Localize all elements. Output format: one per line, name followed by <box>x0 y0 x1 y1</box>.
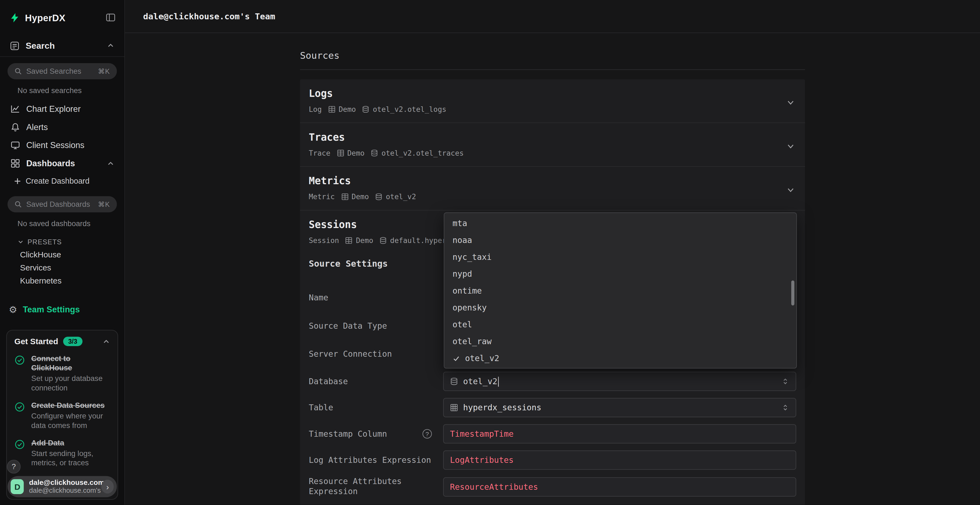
create-dashboard-button[interactable]: Create Dashboard <box>0 173 124 190</box>
source-connection: Demo <box>347 149 365 157</box>
saved-dashboards-input[interactable]: Saved Dashboards ⌘K <box>8 196 117 213</box>
checklist-item-desc: Start sending logs, metrics, or traces <box>31 449 110 468</box>
timestamp-column-label: Timestamp Column ? <box>309 429 443 439</box>
source-meta: Trace Demo otel_v2.otel_traces <box>309 149 796 157</box>
presets-toggle[interactable]: PRESETS <box>0 230 124 248</box>
source-type: Metric <box>309 192 334 201</box>
form-row-timestamp-column: Timestamp Column ? TimestampTime <box>309 424 796 443</box>
dropdown-option-otel[interactable]: otel <box>444 316 796 333</box>
help-icon[interactable]: ? <box>423 429 432 438</box>
source-meta: Metric Demo otel_v2 <box>309 192 796 201</box>
checklist-item-title: Connect to ClickHouse <box>31 354 110 373</box>
gear-icon: ⚙ <box>9 305 17 314</box>
sidebar-item-label: Dashboards <box>26 159 75 168</box>
sidebar: HyperDX Search Saved Searches ⌘K No save… <box>0 0 125 505</box>
table-select[interactable]: hyperdx_sessions <box>443 398 796 417</box>
dropdown-option-mta[interactable]: mta <box>444 215 796 232</box>
checklist-item[interactable]: Connect to ClickHouse Set up your databa… <box>14 354 110 393</box>
log-attributes-label: Log Attributes Expression <box>309 455 443 465</box>
database-icon <box>362 106 370 113</box>
source-table: otel_v2.otel_traces <box>381 149 464 157</box>
dropdown-option-ontime[interactable]: ontime <box>444 283 796 299</box>
form-row-database: Database otel_v2 <box>309 372 796 391</box>
chevron-up-icon[interactable] <box>107 42 115 49</box>
chevron-down-icon <box>18 239 24 245</box>
sidebar-item-chart-explorer[interactable]: Chart Explorer <box>0 100 124 118</box>
table-value: hyperdx_sessions <box>463 403 541 412</box>
source-section-metrics: Metrics Metric Demo <box>300 167 805 211</box>
checklist-item[interactable]: Add Data Start sending logs, metrics, or… <box>14 438 110 468</box>
dropdown-option-noaa[interactable]: noaa <box>444 232 796 249</box>
source-connection: Demo <box>356 236 373 245</box>
presets-label: PRESETS <box>27 238 62 246</box>
preset-item-services[interactable]: Services <box>0 261 124 274</box>
saved-dashboards-placeholder: Saved Dashboards <box>26 200 90 209</box>
timestamp-column-value: TimestampTime <box>450 429 514 438</box>
preset-item-clickhouse[interactable]: ClickHouse <box>0 248 124 261</box>
source-data-type-label: Source Data Type <box>309 321 443 331</box>
hyperdx-logo-icon <box>9 12 20 23</box>
bell-icon <box>10 122 20 132</box>
sidebar-item-dashboards[interactable]: Dashboards <box>0 154 124 173</box>
dropdown-option-nypd[interactable]: nypd <box>444 265 796 283</box>
database-label: Database <box>309 376 443 386</box>
form-row-resource-attributes: Resource Attributes Expression ResourceA… <box>309 477 796 497</box>
source-type: Session <box>309 236 339 245</box>
shortcut-badge: ⌘K <box>98 200 110 208</box>
create-dashboard-label: Create Dashboard <box>25 177 89 186</box>
dropdown-option-otel-raw[interactable]: otel_raw <box>444 333 796 350</box>
dashboard-grid-icon <box>10 159 20 168</box>
log-attributes-input[interactable]: LogAttributes <box>443 450 796 470</box>
source-section-logs: Logs Log Demo ot <box>300 79 805 123</box>
page-title: Sources <box>300 50 980 61</box>
help-button[interactable]: ? <box>7 460 21 474</box>
database-dropdown: mta noaa nyc_taxi nypd ontime opensky ot… <box>444 213 797 369</box>
team-settings-button[interactable]: ⚙ Team Settings <box>0 300 124 319</box>
sidebar-item-label: Client Sessions <box>26 141 84 150</box>
saved-searches-input[interactable]: Saved Searches ⌘K <box>8 63 117 79</box>
table-label: Table <box>309 403 443 413</box>
user-org: dale@clickhouse.com's <box>29 487 97 495</box>
team-title: dale@clickhouse.com's Team <box>143 11 275 21</box>
sidebar-item-alerts[interactable]: Alerts <box>0 118 124 136</box>
user-menu[interactable]: D dale@clickhouse.com dale@clickhouse.co… <box>8 476 117 497</box>
source-title: Traces <box>309 131 796 144</box>
top-header: dale@clickhouse.com's Team <box>125 0 980 33</box>
avatar: D <box>11 479 24 494</box>
chevron-down-icon[interactable] <box>786 186 795 194</box>
monitor-icon <box>10 141 20 150</box>
preset-item-kubernetes[interactable]: Kubernetes <box>0 274 124 287</box>
team-settings-label: Team Settings <box>23 305 80 314</box>
sidebar-collapse-icon[interactable] <box>106 13 116 22</box>
timestamp-column-input[interactable]: TimestampTime <box>443 424 796 443</box>
chevron-down-icon[interactable] <box>786 98 795 106</box>
get-started-header[interactable]: Get Started 3/3 <box>14 337 110 346</box>
database-select[interactable]: otel_v2 <box>443 372 796 391</box>
sidebar-section-search[interactable]: Search <box>0 35 124 57</box>
search-icon <box>14 200 22 208</box>
checklist-item[interactable]: Create Data Sources Configure where your… <box>14 401 110 430</box>
chart-icon <box>10 104 20 113</box>
chevron-up-icon[interactable] <box>107 160 115 167</box>
text-caret <box>498 376 499 386</box>
source-table: otel_v2.otel_logs <box>373 105 446 114</box>
scrollbar-thumb[interactable] <box>791 281 794 306</box>
plus-icon <box>14 178 22 185</box>
dropdown-option-otel-v2[interactable]: otel_v2 <box>444 350 796 367</box>
check-circle-icon <box>14 402 25 430</box>
checklist-item-title: Create Data Sources <box>31 401 110 410</box>
search-section-icon <box>10 41 19 50</box>
checklist-item-title: Add Data <box>31 438 110 448</box>
no-saved-dashboards-text: No saved dashboards <box>0 213 124 231</box>
dropdown-option-opensky[interactable]: opensky <box>444 299 796 316</box>
chevron-down-icon[interactable] <box>786 142 795 151</box>
database-icon <box>379 237 387 245</box>
get-started-title: Get Started <box>14 337 58 346</box>
log-attributes-value: LogAttributes <box>450 456 514 465</box>
resource-attributes-input[interactable]: ResourceAttributes <box>443 477 796 496</box>
sidebar-item-client-sessions[interactable]: Client Sessions <box>0 136 124 154</box>
database-icon <box>450 377 458 386</box>
dropdown-option-nyc-taxi[interactable]: nyc_taxi <box>444 249 796 265</box>
chevron-up-icon[interactable] <box>103 338 110 345</box>
divider <box>300 69 805 70</box>
